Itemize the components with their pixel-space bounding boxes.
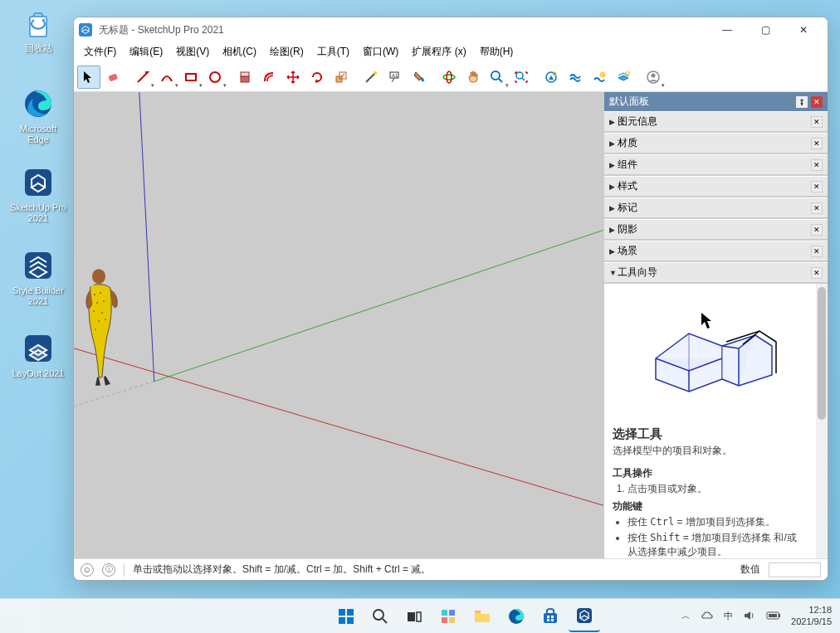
tool-pan[interactable] [462,66,485,89]
taskbar-store[interactable] [535,601,566,632]
tool-circle[interactable]: ▾ [203,66,227,89]
section-close-button[interactable]: ✕ [811,246,823,257]
panel-close-button[interactable]: ✕ [811,96,823,108]
menu-file[interactable]: 文件(F) [77,43,123,61]
section-instructor[interactable]: ▼工具向导✕ [604,262,828,283]
panel-pin-button[interactable] [796,96,808,108]
desktop-recycle-bin[interactable]: 回收站 [8,7,68,54]
tool-eraser[interactable] [101,66,125,89]
section-close-button[interactable]: ✕ [811,267,823,279]
taskbar-sketchup[interactable] [569,601,600,632]
geo-icon[interactable]: ⊙ [81,563,94,577]
svg-rect-47 [442,610,447,616]
svg-rect-8 [241,76,249,82]
section-close-button[interactable]: ✕ [811,181,823,192]
tool-pushpull[interactable] [233,66,256,89]
menu-edit[interactable]: 编辑(E) [123,43,169,61]
desktop-edge[interactable]: Microsoft Edge [8,87,68,145]
menu-draw[interactable]: 绘图(R) [263,43,310,61]
svg-rect-54 [547,616,549,618]
stylebuilder-app-icon [22,249,55,282]
menu-window[interactable]: 窗口(W) [356,43,405,61]
section-close-button[interactable]: ✕ [811,159,823,171]
section-shadows[interactable]: ▶阴影✕ [604,219,828,240]
tool-text[interactable]: A1 [383,66,407,89]
tool-rotate[interactable] [305,66,329,89]
taskbar-start[interactable] [330,601,362,632]
section-close-button[interactable]: ✕ [811,138,823,149]
tray-volume-icon[interactable] [743,609,756,624]
tool-warehouse[interactable] [540,66,563,89]
tool-line[interactable]: ▾ [131,66,154,89]
titlebar[interactable]: 无标题 - SketchUp Pro 2021 — ▢ ✕ [74,17,828,42]
panel-header[interactable]: 默认面板 ✕ [604,92,828,111]
menu-camera[interactable]: 相机(C) [216,43,263,61]
tray-battery-icon[interactable] [766,611,781,622]
menu-view[interactable]: 视图(V) [169,43,216,61]
credits-icon[interactable]: ⓘ [102,563,115,577]
sketchup-app-icon [22,166,55,199]
tool-orbit[interactable] [437,66,461,89]
scrollbar[interactable] [816,284,828,558]
tool-rectangle[interactable]: ▾ [179,66,203,89]
svg-rect-46 [417,612,421,621]
tool-offset[interactable] [257,66,281,89]
taskbar: ︿ 中 12:18 2021/9/15 [0,598,840,633]
taskbar-clock[interactable]: 12:18 2021/9/15 [791,605,832,626]
maximize-button[interactable]: ▢ [746,17,784,42]
desktop-sketchup[interactable]: SketchUp Pro 2021 [8,166,68,224]
tool-arc[interactable]: ▾ [155,66,178,89]
menu-tools[interactable]: 工具(T) [310,43,356,61]
instructor-ops-heading: 工具操作 [613,466,806,480]
taskbar-explorer[interactable] [466,601,498,632]
section-close-button[interactable]: ✕ [811,224,823,236]
tool-extension-warehouse[interactable] [564,66,587,89]
svg-rect-53 [544,613,557,623]
menu-extensions[interactable]: 扩展程序 (x) [405,43,472,61]
section-components[interactable]: ▶组件✕ [604,154,828,175]
instructor-key: 按住 Ctrl = 增加项目到选择集。 [628,515,806,529]
taskbar-widgets[interactable] [432,601,464,632]
section-close-button[interactable]: ✕ [811,116,823,128]
tool-select[interactable] [77,66,100,89]
desktop-layout[interactable]: LayOut 2021 [8,332,68,379]
taskbar-edge[interactable] [501,601,532,632]
tray-chevron-icon[interactable]: ︿ [681,610,691,622]
svg-point-38 [105,319,106,320]
desktop-stylebuilder[interactable]: Style Builder 2021 [8,249,68,307]
sketchup-window: 无标题 - SketchUp Pro 2021 — ▢ ✕ 文件(F) 编辑(E… [73,17,828,581]
instructor-keys-heading: 功能键 [613,499,806,514]
tray-onedrive-icon[interactable] [701,609,714,624]
clock-time: 12:18 [791,605,832,616]
section-materials[interactable]: ▶材质✕ [604,133,828,153]
edge-icon [22,87,55,120]
minimize-button[interactable]: — [708,17,746,42]
tool-layers[interactable] [612,66,635,89]
section-scenes[interactable]: ▶场景✕ [604,241,828,261]
tool-zoom-extents[interactable] [510,66,533,89]
section-tags[interactable]: ▶标记✕ [604,197,828,218]
desktop-icon-label: 回收站 [8,43,68,54]
desktop-icon-label: SketchUp Pro 2021 [8,202,68,224]
tool-paint[interactable] [408,66,431,89]
section-close-button[interactable]: ✕ [811,202,823,214]
tool-move[interactable] [281,66,305,89]
section-styles[interactable]: ▶样式✕ [604,176,828,197]
tray-ime[interactable]: 中 [724,610,733,622]
viewport-3d[interactable] [74,92,603,558]
tool-extension-manager[interactable] [588,66,611,89]
taskbar-taskview[interactable] [398,601,430,632]
tool-user[interactable]: ▾ [642,66,665,89]
tool-tape[interactable] [359,66,383,89]
tool-scale[interactable] [330,66,353,89]
svg-rect-5 [108,73,118,81]
taskbar-search[interactable] [364,601,396,632]
tool-zoom[interactable]: ▾ [486,66,509,89]
menu-help[interactable]: 帮助(H) [473,43,520,61]
close-button[interactable]: ✕ [784,17,823,42]
section-entity-info[interactable]: ▶图元信息✕ [604,111,828,132]
collapse-icon: ▶ [609,139,618,148]
svg-rect-48 [449,610,455,616]
vcb-input[interactable] [769,562,821,577]
scrollbar-thumb[interactable] [818,287,826,420]
